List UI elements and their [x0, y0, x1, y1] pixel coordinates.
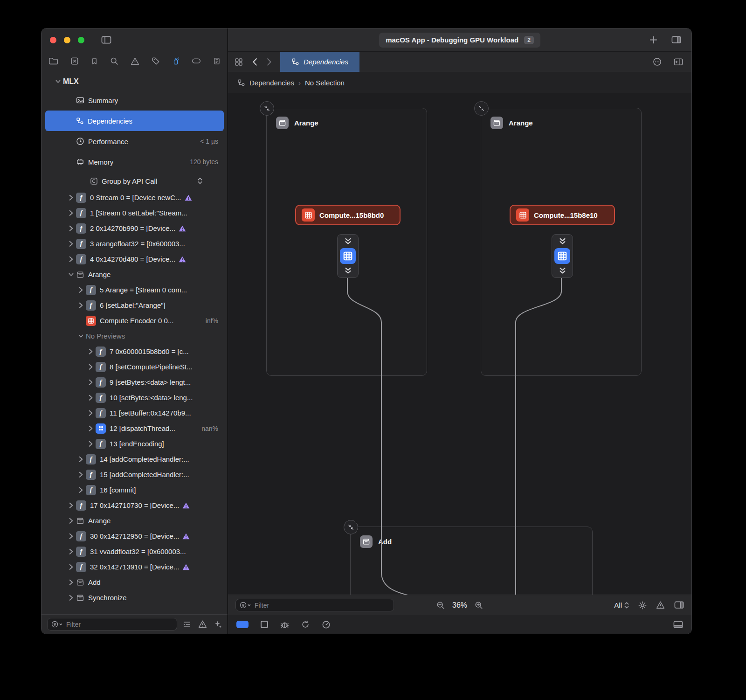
dependency-graph-canvas[interactable]: Arange Compute...15b8bd0 Arange: [228, 93, 691, 595]
tree-row[interactable]: f0 Stream 0 = [Device newC...: [45, 190, 224, 205]
graph-filter-field[interactable]: [235, 599, 394, 611]
sidebar-item-summary[interactable]: Summary: [45, 90, 224, 111]
tree-row[interactable]: f2 0x14270b990 = [Device...: [45, 221, 224, 236]
search-icon[interactable]: [110, 57, 118, 65]
sidebar-item-memory[interactable]: Memory120 bytes: [45, 152, 224, 172]
folder-icon[interactable]: [48, 57, 58, 65]
graph-filter-input[interactable]: [255, 602, 390, 609]
bookmark-icon[interactable]: [91, 58, 98, 65]
tree-row[interactable]: f15 [addCompletedHandler:...: [45, 467, 224, 482]
chevron-right-icon[interactable]: [86, 379, 96, 386]
chevron-right-icon[interactable]: [76, 302, 86, 309]
bottom-panel-toggle-button[interactable]: [673, 621, 683, 628]
sidebar-toggle-button[interactable]: [101, 36, 111, 44]
zoom-level[interactable]: 36%: [452, 601, 467, 610]
minimize-button[interactable]: [64, 37, 70, 43]
tree-row[interactable]: Arange: [45, 513, 224, 528]
chevron-right-icon[interactable]: [76, 456, 86, 463]
zoom-in-button[interactable]: [475, 601, 483, 610]
tree-row[interactable]: f13 [endEncoding]: [45, 436, 224, 451]
buffer-preview-node-1[interactable]: [337, 234, 359, 278]
tree-row[interactable]: f11 [setBuffer:0x14270b9...: [45, 405, 224, 421]
tree-row[interactable]: f4 0x14270d480 = [Device...: [45, 251, 224, 267]
collapse-group-button[interactable]: [260, 101, 274, 116]
collapse-group-button[interactable]: [474, 101, 489, 116]
tab-dependencies[interactable]: Dependencies: [280, 52, 359, 72]
breadcrumb-item-dependencies[interactable]: Dependencies: [249, 79, 294, 87]
chevron-right-icon[interactable]: [66, 256, 76, 263]
chevron-right-icon[interactable]: [76, 471, 86, 478]
chevron-right-icon[interactable]: [66, 502, 76, 509]
chevron-right-icon[interactable]: [66, 194, 76, 201]
tree-row[interactable]: Compute Encoder 0 0...inf%: [45, 313, 224, 328]
more-options-button[interactable]: [653, 57, 662, 66]
issues-button[interactable]: [656, 601, 665, 610]
scope-selector[interactable]: All: [614, 601, 629, 609]
sidebar-item-performance[interactable]: Performance< 1 µs: [45, 131, 224, 152]
chevron-down-icon[interactable]: [66, 273, 76, 276]
tree-row[interactable]: f7 0x6000015b8bd0 = [c...: [45, 344, 224, 359]
navigator-filter-input[interactable]: [66, 621, 173, 628]
table-buffer-icon[interactable]: [340, 248, 356, 264]
chevron-right-icon[interactable]: [66, 533, 76, 540]
tree-row[interactable]: f3 arangefloat32 = [0x600003...: [45, 236, 224, 251]
tree-row[interactable]: f31 vvaddfloat32 = [0x600003...: [45, 544, 224, 559]
zoom-out-button[interactable]: [436, 601, 445, 610]
chevron-down-icon[interactable]: [76, 334, 86, 338]
performance-gauge-button[interactable]: [322, 620, 331, 629]
debug-button[interactable]: [280, 620, 289, 629]
tree-row[interactable]: f9 [setBytes:<data> lengt...: [45, 374, 224, 390]
tree-row[interactable]: f1 [Stream 0 setLabel:"Stream...: [45, 205, 224, 221]
chevron-right-icon[interactable]: [66, 595, 76, 601]
graph-group-add[interactable]: Add: [350, 527, 593, 595]
tree-row[interactable]: f14 [addCompletedHandler:...: [45, 451, 224, 467]
refresh-button[interactable]: [301, 620, 310, 629]
chevron-right-icon[interactable]: [66, 241, 76, 247]
graph-view-mode-button[interactable]: [236, 621, 249, 628]
chevron-right-icon[interactable]: [66, 518, 76, 524]
chevron-right-icon[interactable]: [66, 210, 76, 216]
chevron-right-icon[interactable]: [86, 364, 96, 370]
chevron-right-icon[interactable]: [66, 579, 76, 586]
tree-row[interactable]: f10 [setBytes:<data> leng...: [45, 390, 224, 405]
sparkle-icon[interactable]: [214, 620, 222, 628]
compute-encoder-node-2[interactable]: Compute...15b8e10: [510, 205, 615, 225]
filter-menu-icon[interactable]: [51, 621, 63, 628]
tree-row[interactable]: f5 Arange = [Stream 0 com...: [45, 282, 224, 298]
graph-group-arange-1[interactable]: Arange Compute...15b8bd0: [266, 108, 427, 376]
tree-row[interactable]: Synchronize: [45, 590, 224, 605]
sidebar-root-mlx[interactable]: MLX: [45, 73, 224, 90]
forward-button[interactable]: [267, 58, 272, 66]
issues-icon[interactable]: [131, 57, 139, 66]
no-previews-row[interactable]: No Previews: [45, 328, 224, 344]
close-button[interactable]: [50, 37, 56, 43]
tree-row[interactable]: f17 0x142710730 = [Device...: [45, 498, 224, 513]
inspector-toggle-button[interactable]: [671, 36, 681, 43]
window-titlebar[interactable]: macOS App - Debugging GPU Workload 2: [228, 28, 691, 52]
square-view-button[interactable]: [261, 621, 268, 628]
tree-row[interactable]: f32 0x142713910 = [Device...: [45, 559, 224, 575]
flatten-icon[interactable]: [183, 620, 191, 629]
chevron-right-icon[interactable]: [86, 410, 96, 416]
issues-icon[interactable]: [198, 620, 207, 629]
chevron-right-icon[interactable]: [66, 548, 76, 555]
panel-toggle-button[interactable]: [674, 601, 684, 609]
filter-menu-icon[interactable]: [240, 602, 252, 609]
navigator-filter-field[interactable]: [47, 618, 177, 631]
tree-row[interactable]: 12 [dispatchThread...nan%: [45, 421, 224, 436]
chevron-right-icon[interactable]: [76, 287, 86, 293]
back-button[interactable]: [252, 58, 257, 66]
tree-row[interactable]: Arange: [45, 267, 224, 282]
chevron-right-icon[interactable]: [66, 225, 76, 232]
collapse-group-button[interactable]: [344, 520, 358, 534]
sidebar-item-dependencies[interactable]: Dependencies: [45, 111, 224, 131]
add-editor-button[interactable]: [674, 58, 683, 66]
compute-encoder-node-1[interactable]: Compute...15b8bd0: [295, 205, 401, 225]
settings-button[interactable]: [638, 601, 647, 610]
tree-row[interactable]: f8 [setComputePipelineSt...: [45, 359, 224, 374]
chevron-down-icon[interactable]: [53, 80, 63, 83]
tag-icon[interactable]: [152, 57, 160, 65]
graph-group-arange-2[interactable]: Arange Compute...15b8e10: [481, 108, 642, 376]
table-buffer-icon[interactable]: [554, 248, 570, 264]
chevron-right-icon[interactable]: [76, 487, 86, 493]
